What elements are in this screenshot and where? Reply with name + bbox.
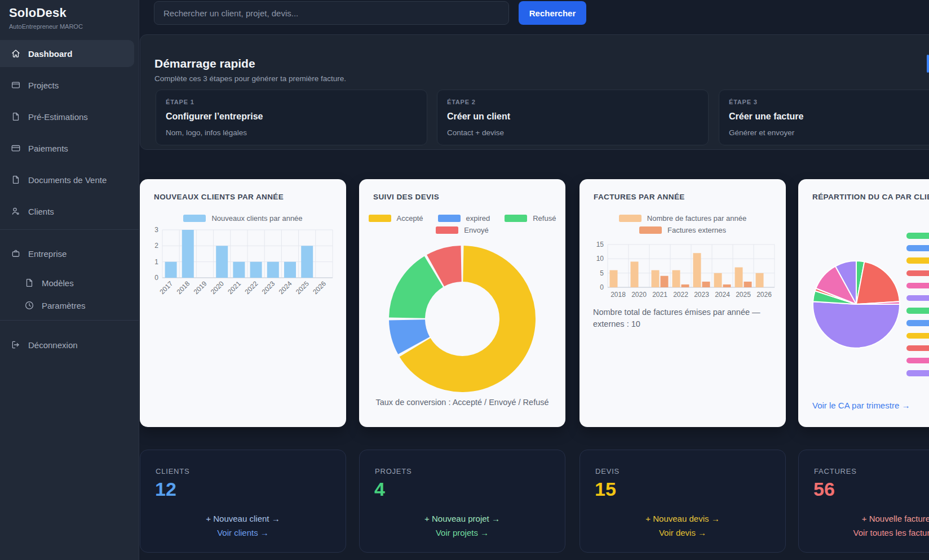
svg-text:2023: 2023 (260, 279, 277, 296)
legend-swatch[interactable] (906, 358, 929, 364)
sidebar-item-label: Pré-Estimations (28, 112, 88, 122)
stat-value: 56 (813, 478, 835, 500)
legend-swatch[interactable] (906, 233, 929, 239)
sidebar-item-label: Entreprise (28, 249, 67, 259)
sidebar-nav-logout: Déconnexion (0, 331, 139, 358)
sidebar-item-modeles[interactable]: Modèles (0, 272, 139, 294)
legend-swatch[interactable] (906, 245, 929, 251)
legend-swatch[interactable] (906, 257, 929, 264)
stat-label: DEVIS (595, 467, 620, 475)
legend-swatch[interactable] (906, 320, 929, 326)
step-title: Créer un client (447, 112, 510, 122)
legend-label: Factures externes (667, 226, 726, 234)
quickstart-step-1[interactable]: ÉTAPE 1 Configurer l’entreprise Nom, log… (156, 90, 427, 145)
sidebar-item-parametres[interactable]: Paramètres (0, 294, 139, 317)
stat-card-devis: DEVIS 15 + Nouveau devis → Voir devis → (579, 450, 786, 553)
stat-value: 4 (374, 478, 385, 500)
pie-legend (906, 233, 929, 383)
factures-bar-chart: 05101520182020202120222023202420252026 (582, 235, 784, 309)
app-tagline: AutoEntrepreneur MAROC (9, 23, 130, 30)
svg-text:2024: 2024 (277, 279, 294, 296)
home-icon (11, 48, 21, 59)
ca-trimestre-link[interactable]: Voir le CA par trimestre → (812, 401, 910, 410)
svg-text:2021: 2021 (226, 279, 242, 296)
step-number: ÉTAPE 3 (729, 99, 758, 105)
svg-text:2020: 2020 (209, 279, 225, 296)
svg-text:5: 5 (600, 269, 604, 277)
stat-link[interactable]: + Nouvelle facture → (799, 512, 929, 526)
legend-swatch[interactable] (906, 345, 929, 352)
legend-swatch[interactable] (906, 308, 929, 314)
legend-item[interactable]: Nouveaux clients par année (183, 214, 302, 223)
sidebar-item-label: Dashboard (28, 49, 72, 59)
legend-item[interactable]: Nombre de factures par année (619, 214, 746, 223)
chart-title: SUIVI DES DEVIS (373, 193, 439, 201)
svg-text:2025: 2025 (736, 291, 751, 299)
scrollbar-thumb[interactable] (927, 55, 929, 73)
ca-pie-chart (808, 256, 904, 352)
sidebar-nav-entreprise: Entreprise Modèles Paramètres (0, 240, 139, 317)
legend-swatch[interactable] (906, 270, 929, 277)
svg-text:2019: 2019 (192, 279, 209, 296)
stat-link[interactable]: Voir projets → (360, 526, 565, 540)
svg-text:2022: 2022 (673, 291, 688, 299)
legend-item[interactable]: Refusé (505, 214, 556, 223)
chart-title: FACTURES PAR ANNÉE (594, 193, 685, 201)
quickstart-subtitle: Complète ces 3 étapes pour générer ta pr… (154, 74, 346, 83)
legend-label: expired (466, 214, 490, 223)
step-number: ÉTAPE 1 (166, 99, 194, 105)
sidebar-item-paiements[interactable]: Paiements (0, 135, 139, 162)
sidebar-item-documents-de-vente[interactable]: Documents de Vente (0, 166, 139, 193)
svg-text:2022: 2022 (243, 279, 259, 296)
step-number: ÉTAPE 2 (447, 99, 476, 105)
legend-item[interactable]: expired (438, 214, 490, 223)
search-input[interactable] (154, 1, 509, 25)
card-repartition-ca: RÉPARTITION DU CA PAR CLIENT Voir le CA … (798, 179, 929, 427)
legend-swatch[interactable] (906, 370, 929, 376)
svg-text:2026: 2026 (757, 291, 772, 299)
stat-link[interactable]: + Nouveau client → (140, 512, 346, 526)
svg-text:3: 3 (154, 226, 158, 234)
sidebar-divider (0, 229, 139, 230)
stat-link[interactable]: + Nouveau projet → (360, 512, 565, 526)
user-icon (11, 206, 21, 216)
sidebar-item-clients[interactable]: Clients (0, 198, 139, 225)
svg-text:2020: 2020 (631, 291, 647, 299)
step-desc: Contact + devise (447, 128, 504, 137)
legend-swatch[interactable] (906, 333, 929, 339)
stat-card-projets: PROJETS 4 + Nouveau projet → Voir projet… (359, 450, 565, 553)
legend-item[interactable]: Factures externes (639, 226, 726, 234)
search-button[interactable]: Rechercher (519, 1, 586, 25)
quickstart-panel: Démarrage rapide Complète ces 3 étapes p… (140, 34, 929, 150)
clock-icon (24, 300, 34, 310)
sidebar-item-label: Clients (28, 207, 54, 216)
stat-link[interactable]: Voir clients → (140, 526, 346, 540)
sidebar-item-label: Documents de Vente (28, 175, 107, 185)
sidebar: SoloDesk AutoEntrepreneur MAROC Dashboar… (0, 0, 139, 560)
quickstart-step-3[interactable]: ÉTAPE 3 Créer une facture Générer et env… (719, 90, 929, 145)
legend-swatch[interactable] (906, 283, 929, 289)
step-desc: Nom, logo, infos légales (166, 128, 247, 137)
sidebar-item-deconnexion[interactable]: Déconnexion (0, 331, 139, 358)
svg-text:2021: 2021 (652, 291, 667, 299)
sidebar-item-pre-estimations[interactable]: Pré-Estimations (0, 103, 139, 130)
sidebar-item-entreprise[interactable]: Entreprise (0, 240, 139, 267)
legend-swatch[interactable] (906, 295, 929, 301)
stat-link[interactable]: Voir toutes les factures → (799, 526, 929, 540)
file-icon (11, 175, 21, 185)
factures-caption: Nombre total de factures émises par anné… (593, 306, 772, 330)
legend-item[interactable]: Accepté (369, 214, 423, 223)
legend-item[interactable]: Envoyé (436, 226, 488, 234)
sidebar-item-projects[interactable]: Projects (0, 72, 139, 99)
stat-card-clients: CLIENTS 12 + Nouveau client → Voir clien… (140, 450, 346, 553)
step-title: Configurer l’entreprise (166, 112, 263, 122)
stat-link[interactable]: + Nouveau devis → (580, 512, 785, 526)
sidebar-item-dashboard[interactable]: Dashboard (0, 40, 134, 67)
quickstart-step-2[interactable]: ÉTAPE 2 Créer un client Contact + devise (437, 90, 709, 145)
stat-link[interactable]: Voir devis → (580, 526, 785, 540)
svg-text:2: 2 (154, 242, 158, 250)
legend-swatch (183, 215, 206, 222)
legend-label: Accepté (397, 214, 423, 223)
chart-title: RÉPARTITION DU CA PAR CLIENT (812, 193, 929, 201)
file-icon (24, 278, 34, 288)
